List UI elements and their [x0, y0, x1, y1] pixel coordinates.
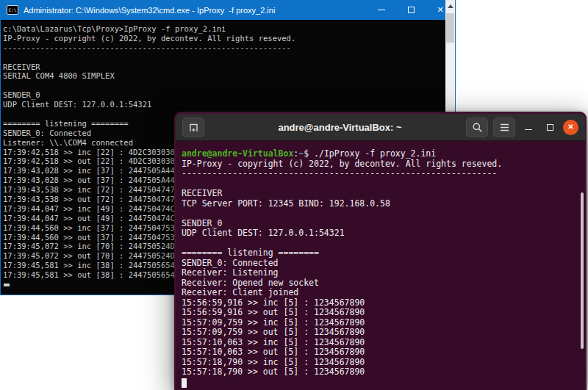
cmd-titlebar[interactable]: C:\ Administrator: C:\Windows\System32\c… — [1, 0, 455, 20]
search-button[interactable] — [466, 118, 488, 137]
terminal-line: RECEIVER — [182, 189, 578, 199]
prompt-command: $ ./IpProxy -f proxy_2.ini — [304, 148, 436, 159]
scrollbar-thumb[interactable] — [581, 192, 584, 349]
terminal-line: SERIAL COM4 4800 SIMPLEX — [3, 71, 445, 81]
terminal-line: 15:57:09,759 >> inc [5] : 1234567890 — [182, 318, 578, 328]
terminal-line: UDP Client DEST: 127.0.0.1:54321 — [3, 100, 445, 109]
terminal-line: ======== listening ======== — [182, 248, 578, 259]
terminal-line — [182, 179, 578, 189]
terminal-line: SENDER_0: Connected — [182, 259, 578, 269]
close-icon: ✕ — [437, 6, 443, 14]
terminal-line: 15:57:09,759 >> out [5] : 1234567890 — [182, 328, 578, 338]
new-tab-button[interactable] — [182, 118, 204, 137]
terminal-headerbar[interactable]: andre@andre-VirtualBox: ~ — [176, 114, 585, 141]
cmd-window-title: Administrator: C:\Windows\System32\cmd.e… — [24, 6, 367, 15]
maximize-icon — [408, 7, 415, 13]
ubuntu-terminal-window: andre@andre-VirtualBox: ~ — [174, 112, 587, 390]
terminal-line — [182, 239, 578, 249]
terminal-line: 15:57:10,063 >> out [5] : 1234567890 — [182, 347, 578, 358]
menu-icon — [500, 123, 509, 131]
ubuntu-terminal-output: andre@andre-VirtualBox:~$ ./IpProxy -f p… — [176, 141, 585, 390]
menu-button[interactable] — [493, 118, 515, 137]
terminal-line: 15:57:18,790 >> out [5] : 1234567890 — [182, 367, 578, 378]
scrollbar-thumb[interactable] — [446, 13, 454, 43]
ubuntu-text-cursor — [182, 378, 187, 388]
terminal-line: ----------------------------------------… — [3, 43, 445, 53]
terminal-line: UDP Client DEST: 127.0.0.1:54321 — [182, 228, 578, 239]
terminal-line — [3, 81, 445, 90]
close-button[interactable]: ✕ — [563, 120, 578, 135]
maximize-button[interactable] — [396, 0, 426, 20]
terminal-header-actions: ✕ — [466, 118, 578, 137]
terminal-line: Receiver: Client joined — [182, 288, 578, 298]
prompt-line: andre@andre-VirtualBox:~$ ./IpProxy -f p… — [182, 149, 578, 159]
terminal-line — [3, 53, 445, 62]
terminal-line: 15:57:10,063 >> inc [5] : 1234567890 — [182, 338, 578, 348]
maximize-button[interactable] — [542, 118, 558, 137]
terminal-line: SENDER_0 — [3, 90, 445, 100]
close-icon: ✕ — [567, 123, 573, 131]
minimize-button[interactable] — [367, 0, 396, 20]
new-tab-icon — [187, 121, 200, 134]
cmd-text-cursor — [4, 284, 10, 286]
terminal-line: IP-Proxy - copyright (c) 2022, by decont… — [182, 159, 578, 170]
maximize-icon — [547, 124, 553, 131]
prompt-user-host: andre@andre-VirtualBox — [182, 148, 293, 159]
terminal-line: Receiver: Opened new socket — [182, 278, 578, 289]
terminal-line: 15:56:59,916 >> out [5] : 1234567890 — [182, 308, 578, 318]
terminal-line — [182, 209, 578, 219]
minimize-button[interactable] — [520, 118, 537, 137]
terminal-line: Receiver: Listening — [182, 268, 578, 278]
terminal-line: RECEIVER — [3, 62, 445, 72]
search-icon — [472, 122, 483, 133]
chevron-up-icon[interactable] — [448, 4, 453, 8]
terminal-line: SENDER_0 — [182, 219, 578, 229]
terminal-line: c:\Data\Lazarus\Tcp\Proxy>IpProxy -f pro… — [3, 24, 445, 34]
minimize-icon — [378, 10, 385, 10]
desktop: C:\ Administrator: C:\Windows\System32\c… — [0, 0, 588, 390]
minimize-icon — [525, 129, 532, 130]
terminal-line: 15:56:59,916 >> inc [5] : 1234567890 — [182, 298, 578, 308]
ubuntu-log: IP-Proxy - copyright (c) 2022, by decont… — [182, 159, 578, 378]
cmd-window-controls: ✕ — [367, 0, 455, 20]
terminal-line: TCP Server PORT: 12345 BIND: 192.168.0.5… — [182, 199, 578, 209]
cmd-icon: C:\ — [7, 5, 18, 15]
terminal-window-title: andre@andre-VirtualBox: ~ — [220, 122, 460, 133]
terminal-line: IP-Proxy - copyright (c) 2022, by decont… — [3, 34, 445, 43]
terminal-line: ----------------------------------------… — [182, 169, 578, 179]
terminal-line: 15:57:18,790 >> inc [5] : 1234567890 — [182, 358, 578, 368]
